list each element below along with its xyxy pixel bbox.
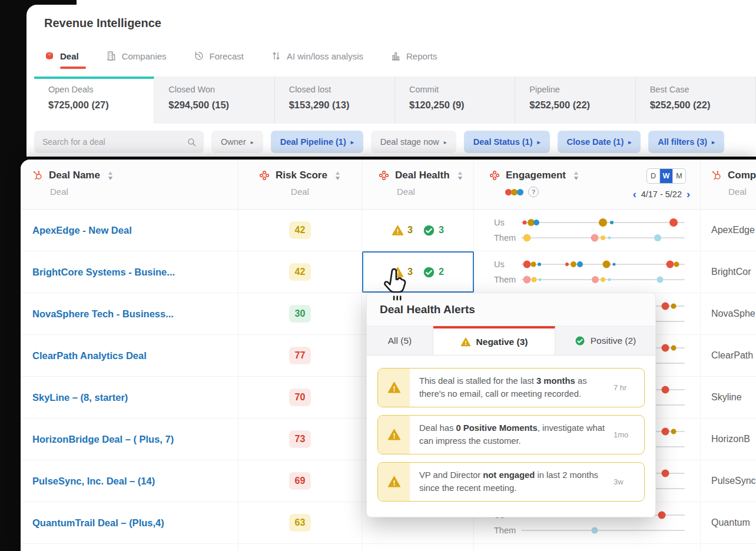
chevron-right-icon: ▸ bbox=[351, 139, 354, 145]
filter-button-deal-stage-now[interactable]: Deal stage now▸ bbox=[371, 131, 456, 153]
column-header-deal-health[interactable]: Deal Health Deal bbox=[362, 160, 474, 209]
summary-value: $120,250 (9) bbox=[409, 99, 515, 111]
engagement-dot bbox=[531, 262, 536, 267]
engagement-dot bbox=[658, 512, 666, 519]
filter-label: Owner bbox=[221, 137, 246, 147]
deal-health-cell[interactable]: 32 bbox=[362, 251, 474, 293]
sort-icon[interactable] bbox=[334, 171, 341, 181]
popup-tab-negative-3[interactable]: Negative (3) bbox=[433, 326, 555, 355]
sort-icon[interactable] bbox=[457, 171, 463, 181]
filter-label: Deal Pipeline (1) bbox=[280, 137, 346, 147]
summary-card-pipeline[interactable]: Pipeline$252,500 (22) bbox=[515, 77, 635, 124]
summary-value: $294,500 (15) bbox=[168, 99, 274, 111]
engagement-dot bbox=[523, 261, 530, 268]
alert-card: VP and Director not engaged in last 2 mo… bbox=[377, 462, 645, 502]
deal-name-link[interactable]: ApexEdge - New Deal bbox=[32, 225, 132, 236]
company-name[interactable]: ClearPath bbox=[711, 350, 753, 361]
engagement-cell: UsThem bbox=[474, 251, 701, 293]
help-icon[interactable]: ? bbox=[528, 187, 539, 197]
toggle-m[interactable]: M bbox=[673, 169, 685, 183]
filter-button-deal-status-1[interactable]: Deal Status (1)▸ bbox=[464, 131, 550, 153]
tab-deal[interactable]: Deal bbox=[44, 51, 79, 61]
filter-button-owner[interactable]: Owner▸ bbox=[211, 131, 263, 153]
engagement-dot bbox=[671, 304, 676, 309]
company-name[interactable]: PulseSync bbox=[711, 476, 756, 486]
tab-label: Deal bbox=[60, 51, 79, 61]
engagement-dot bbox=[610, 221, 614, 224]
deal-name-link[interactable]: SkyLine – (8, starter) bbox=[32, 392, 128, 403]
toggle-w[interactable]: W bbox=[660, 169, 673, 183]
tab-reports[interactable]: Reports bbox=[390, 51, 437, 61]
companies-icon bbox=[106, 51, 117, 61]
deal-health-cell[interactable] bbox=[362, 544, 474, 551]
prev-range-icon[interactable]: ‹ bbox=[633, 189, 636, 200]
sort-icon[interactable] bbox=[107, 171, 114, 181]
engagement-dot bbox=[602, 261, 610, 268]
chevron-right-icon: ▸ bbox=[444, 139, 447, 145]
engagement-dot bbox=[592, 276, 599, 283]
deal-health-cell[interactable]: 33 bbox=[362, 210, 474, 251]
deal-search[interactable] bbox=[34, 131, 204, 153]
sort-icon[interactable] bbox=[573, 171, 579, 181]
company-name[interactable]: ApexEdge bbox=[711, 225, 755, 235]
popup-alert-list: This deal is stalled for the last 3 mont… bbox=[367, 356, 655, 502]
deal-name-cell: ApexEdge - New Deal bbox=[21, 210, 238, 251]
risk-score-cell: 42 bbox=[238, 210, 362, 251]
deal-name-link[interactable]: BrightCore Systems - Busine... bbox=[32, 267, 175, 278]
summary-cards: Open Deals$725,000 (27)Closed Won$294,50… bbox=[34, 77, 756, 124]
company-name[interactable]: Quantum bbox=[711, 517, 750, 528]
risk-score-badge: 69 bbox=[289, 472, 311, 490]
risk-score-cell: 73 bbox=[238, 419, 362, 460]
company-name[interactable]: BrightCor bbox=[711, 267, 751, 277]
column-title: Engagement bbox=[506, 170, 566, 181]
risk-score-cell: 77 bbox=[238, 335, 362, 376]
company-name[interactable]: Skyline bbox=[711, 392, 742, 403]
company-cell: Quantum bbox=[701, 502, 756, 543]
column-header-engagement[interactable]: Engagement ? DWM ‹ 4/17 - 5/22 › bbox=[474, 160, 701, 209]
search-icon bbox=[187, 137, 197, 147]
hand-cursor-icon bbox=[380, 267, 412, 302]
table-row: UsThem bbox=[21, 544, 756, 551]
filter-button-deal-pipeline-1[interactable]: Deal Pipeline (1)▸ bbox=[271, 131, 363, 153]
summary-card-closed-lost[interactable]: Closed lost$153,290 (13) bbox=[275, 77, 395, 124]
deal-name-link[interactable]: NovaSphere Tech - Business... bbox=[32, 308, 174, 320]
column-header-deal-name[interactable]: Deal Name Deal bbox=[21, 160, 238, 209]
deal-name-link[interactable]: QuantumTrail Deal – (Plus,4) bbox=[32, 517, 164, 529]
next-range-icon[interactable]: › bbox=[687, 189, 690, 200]
filter-label: Close Date (1) bbox=[567, 137, 624, 147]
deal-name-link[interactable]: PulseSync, Inc. Deal – (14) bbox=[32, 476, 155, 487]
popup-tab-all-5[interactable]: All (5) bbox=[367, 326, 433, 355]
summary-label: Closed lost bbox=[289, 85, 394, 94]
company-name[interactable]: NovaSphe bbox=[711, 308, 755, 319]
summary-label: Pipeline bbox=[529, 85, 635, 94]
column-header-risk-score[interactable]: Risk Score Deal bbox=[238, 160, 362, 209]
engagement-dot bbox=[522, 221, 526, 225]
deal-name-link[interactable]: HorizonBridge Deal – ( Plus, 7) bbox=[32, 434, 174, 445]
company-cell: Skyline bbox=[701, 377, 756, 418]
summary-label: Open Deals bbox=[48, 85, 154, 94]
engagement-them-track bbox=[521, 237, 685, 238]
tab-ai-win-loss-analysis[interactable]: AI win/loss analysis bbox=[271, 51, 363, 61]
summary-card-commit[interactable]: Commit$120,250 (9) bbox=[395, 77, 515, 124]
risk-score-badge: 70 bbox=[289, 389, 311, 406]
filter-button-all-filters-3[interactable]: All filters (3)▸ bbox=[648, 131, 724, 153]
tab-companies[interactable]: Companies bbox=[106, 51, 167, 61]
summary-card-open-deals[interactable]: Open Deals$725,000 (27) bbox=[34, 77, 154, 124]
popup-tab-positive-2[interactable]: Positive (2) bbox=[555, 326, 655, 355]
search-input[interactable] bbox=[41, 137, 187, 147]
filter-button-close-date-1[interactable]: Close Date (1)▸ bbox=[558, 131, 641, 153]
engagement-dot bbox=[671, 346, 676, 351]
toggle-d[interactable]: D bbox=[647, 169, 660, 183]
company-name[interactable]: HorizonB bbox=[711, 434, 750, 444]
table-header: Deal Name Deal Risk Score Deal bbox=[21, 160, 756, 210]
summary-card-closed-won[interactable]: Closed Won$294,500 (15) bbox=[154, 77, 274, 124]
summary-card-best-case[interactable]: Best Case$252,500 (22) bbox=[636, 77, 756, 124]
engagement-them-line: Them bbox=[494, 233, 685, 243]
legend-dot bbox=[517, 189, 523, 195]
column-header-company[interactable]: Comp Deal bbox=[701, 160, 756, 209]
deal-name-link[interactable]: ClearPath Analytics Deal bbox=[32, 350, 147, 361]
engagement-dot bbox=[661, 386, 669, 394]
deal-icon bbox=[44, 51, 55, 61]
engagement-them-label: Them bbox=[494, 233, 521, 243]
tab-forecast[interactable]: Forecast bbox=[194, 51, 244, 61]
